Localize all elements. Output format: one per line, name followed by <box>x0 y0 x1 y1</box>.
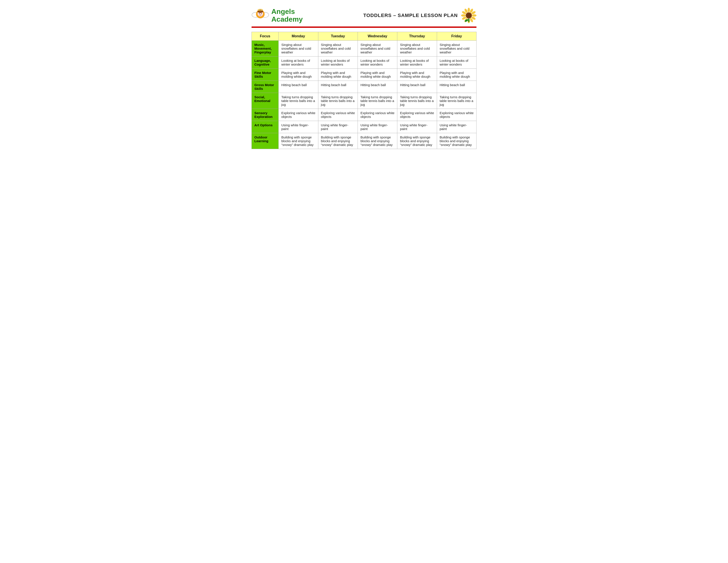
cell-thursday: Hitting beach ball <box>397 81 437 93</box>
cell-tuesday: Singing about snowflakes and cold weathe… <box>318 41 358 56</box>
cell-monday: Taking turns dropping table tennis balls… <box>279 93 318 109</box>
cell-tuesday: Building with sponge blocks and enjoying… <box>318 133 358 149</box>
focus-cell: Music, Movement, Fingerplay <box>252 41 279 56</box>
title-area: TODDLERS – SAMPLE LESSON PLAN <box>363 8 477 23</box>
cell-wednesday: Singing about snowflakes and cold weathe… <box>358 41 397 56</box>
svg-rect-22 <box>468 19 469 22</box>
svg-point-6 <box>261 13 262 14</box>
focus-cell: Outdoor Learning <box>252 133 279 149</box>
cell-monday: Building with sponge blocks and enjoying… <box>279 133 318 149</box>
cell-monday: Looking at books of winter wonders <box>279 56 318 69</box>
cell-friday: Hitting beach ball <box>437 81 476 93</box>
focus-cell: Language, Cognitive <box>252 56 279 69</box>
focus-cell: Social, Emotional <box>252 93 279 109</box>
cell-thursday: Using white finger-paint <box>397 121 437 133</box>
table-row: Fine Motor SkillsPlaying with and moldin… <box>252 69 477 81</box>
cell-tuesday: Exploring various white objects <box>318 109 358 121</box>
sunflower-icon <box>461 8 477 23</box>
table-row: Gross Motor SkillsHitting beach ballHitt… <box>252 81 477 93</box>
cell-monday: Singing about snowflakes and cold weathe… <box>279 41 318 56</box>
cell-thursday: Exploring various white objects <box>397 109 437 121</box>
cell-friday: Taking turns dropping table tennis balls… <box>437 93 476 109</box>
cell-wednesday: Taking turns dropping table tennis balls… <box>358 93 397 109</box>
svg-point-21 <box>467 13 471 18</box>
cell-friday: Using white finger-paint <box>437 121 476 133</box>
table-row: Sensory ExplorationExploring various whi… <box>252 109 477 121</box>
logo-icon <box>251 7 269 24</box>
cell-tuesday: Hitting beach ball <box>318 81 358 93</box>
logo-area: Angels Academy <box>251 7 303 24</box>
svg-point-8 <box>468 8 470 12</box>
svg-point-11 <box>472 14 477 17</box>
header-friday: Friday <box>437 32 476 41</box>
table-row: Language, CognitiveLooking at books of w… <box>252 56 477 69</box>
cell-thursday: Building with sponge blocks and enjoying… <box>397 133 437 149</box>
page-header: Angels Academy TODDLERS – SAMPLE LESSON … <box>251 7 477 24</box>
cell-thursday: Looking at books of winter wonders <box>397 56 437 69</box>
cell-friday: Looking at books of winter wonders <box>437 56 476 69</box>
focus-cell: Gross Motor Skills <box>252 81 279 93</box>
header-focus: Focus <box>252 32 279 41</box>
cell-wednesday: Looking at books of winter wonders <box>358 56 397 69</box>
cell-friday: Playing with and molding white dough <box>437 69 476 81</box>
cell-friday: Singing about snowflakes and cold weathe… <box>437 41 476 56</box>
logo-text: Angels Academy <box>271 8 303 23</box>
cell-wednesday: Using white finger-paint <box>358 121 397 133</box>
cell-wednesday: Playing with and molding white dough <box>358 69 397 81</box>
cell-thursday: Singing about snowflakes and cold weathe… <box>397 41 437 56</box>
table-header-row: Focus Monday Tuesday Wednesday Thursday … <box>252 32 477 41</box>
focus-cell: Art Options <box>252 121 279 133</box>
table-row: Art OptionsUsing white finger-paintUsing… <box>252 121 477 133</box>
table-row: Outdoor LearningBuilding with sponge blo… <box>252 133 477 149</box>
header-wednesday: Wednesday <box>358 32 397 41</box>
red-divider <box>251 26 477 28</box>
table-row: Music, Movement, FingerplaySinging about… <box>252 41 477 56</box>
cell-tuesday: Using white finger-paint <box>318 121 358 133</box>
header-tuesday: Tuesday <box>318 32 358 41</box>
plan-title: TODDLERS – SAMPLE LESSON PLAN <box>363 13 458 18</box>
cell-thursday: Taking turns dropping table tennis balls… <box>397 93 437 109</box>
lesson-plan-table: Focus Monday Tuesday Wednesday Thursday … <box>251 32 477 149</box>
header-monday: Monday <box>279 32 318 41</box>
cell-wednesday: Hitting beach ball <box>358 81 397 93</box>
cell-monday: Hitting beach ball <box>279 81 318 93</box>
cell-tuesday: Looking at books of winter wonders <box>318 56 358 69</box>
focus-cell: Fine Motor Skills <box>252 69 279 81</box>
cell-monday: Using white finger-paint <box>279 121 318 133</box>
cell-thursday: Playing with and molding white dough <box>397 69 437 81</box>
svg-point-17 <box>461 14 466 17</box>
header-thursday: Thursday <box>397 32 437 41</box>
cell-monday: Exploring various white objects <box>279 109 318 121</box>
cell-tuesday: Playing with and molding white dough <box>318 69 358 81</box>
table-row: Social, EmotionalTaking turns dropping t… <box>252 93 477 109</box>
cell-wednesday: Exploring various white objects <box>358 109 397 121</box>
cell-wednesday: Building with sponge blocks and enjoying… <box>358 133 397 149</box>
cell-monday: Playing with and molding white dough <box>279 69 318 81</box>
cell-friday: Building with sponge blocks and enjoying… <box>437 133 476 149</box>
svg-point-5 <box>259 13 260 14</box>
focus-cell: Sensory Exploration <box>252 109 279 121</box>
cell-friday: Exploring various white objects <box>437 109 476 121</box>
cell-tuesday: Taking turns dropping table tennis balls… <box>318 93 358 109</box>
